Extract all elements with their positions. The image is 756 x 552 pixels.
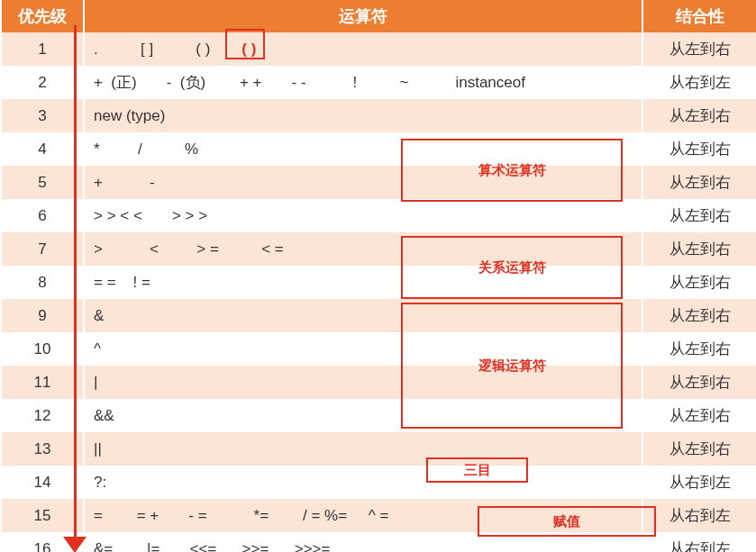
cell-assoc: 从右到左 [642, 532, 756, 552]
precedence-table: 优先级 运算符 结合性 1. [ ] ( ) ( )从左到右2+ (正) - (… [0, 0, 756, 552]
operator-text: && [94, 407, 114, 424]
cell-priority: 1 [1, 32, 84, 66]
cell-priority: 12 [1, 399, 84, 432]
cell-priority: 13 [1, 432, 84, 466]
paren-red-label: ( ) [241, 41, 256, 58]
operator-text: + (正) - (负) + + - - ! ~ instanceof [94, 74, 525, 91]
cell-priority: 3 [1, 99, 84, 132]
cell-operator: && [84, 399, 642, 432]
cell-operator: | [84, 366, 642, 399]
cell-assoc: 从左到右 [642, 166, 756, 199]
operator-text: & [94, 307, 104, 324]
operator-text: * / % [94, 140, 198, 158]
table-row: 4* / %从左到右 [1, 132, 756, 166]
cell-assoc: 从左到右 [642, 199, 756, 232]
cell-operator: + (正) - (负) + + - - ! ~ instanceof [84, 66, 642, 99]
cell-assoc: 从左到右 [642, 32, 756, 66]
cell-assoc: 从左到右 [642, 432, 756, 466]
cell-operator: * / % [84, 132, 642, 166]
cell-priority: 9 [1, 299, 84, 332]
table-row: 8= = ! =从左到右 [1, 266, 756, 299]
header-operator: 运算符 [84, 0, 642, 32]
cell-operator: &= |= <<= >>= >>>= [84, 532, 642, 552]
cell-assoc: 从右到左 [642, 466, 756, 499]
table-row: 1. [ ] ( ) ( )从左到右 [1, 32, 756, 66]
operator-text: = = ! = [94, 274, 150, 291]
operator-text: + - [94, 174, 155, 191]
cell-priority: 8 [1, 266, 84, 299]
table-row: 11|从左到右 [1, 366, 756, 399]
cell-priority: 7 [1, 232, 84, 266]
cell-assoc: 从左到右 [642, 232, 756, 266]
cell-assoc: 从左到右 [642, 332, 756, 366]
operator-text: ^ [94, 340, 101, 357]
table-row: 14?:从右到左 [1, 466, 756, 499]
operator-text: || [94, 440, 102, 457]
cell-operator: > > < < > > > [84, 199, 642, 232]
operator-text: | [94, 374, 97, 391]
operator-text: . [ ] ( ) [94, 41, 227, 58]
cell-operator: . [ ] ( ) ( ) [84, 32, 642, 66]
cell-operator: + - [84, 166, 642, 199]
table-row: 15= = + - = *= / = %= ^ =从右到左 [1, 499, 756, 532]
cell-assoc: 从右到左 [642, 499, 756, 532]
cell-priority: 6 [1, 199, 84, 232]
cell-priority: 11 [1, 366, 84, 399]
header-priority: 优先级 [1, 0, 84, 32]
cell-assoc: 从左到右 [642, 299, 756, 332]
cell-priority: 15 [1, 499, 84, 532]
cell-operator: = = + - = *= / = %= ^ = [84, 499, 642, 532]
cell-assoc: 从左到右 [642, 132, 756, 166]
table-row: 5+ -从左到右 [1, 166, 756, 199]
operator-text: ?: [94, 474, 106, 491]
table-row: 10^从左到右 [1, 332, 756, 366]
table-row: 3new (type)从左到右 [1, 99, 756, 132]
operator-precedence-table: 优先级 运算符 结合性 1. [ ] ( ) ( )从左到右2+ (正) - (… [0, 0, 756, 552]
table-row: 9&从左到右 [1, 299, 756, 332]
operator-text: > > < < > > > [94, 207, 207, 224]
cell-operator: = = ! = [84, 266, 642, 299]
cell-priority: 2 [1, 66, 84, 99]
cell-operator: || [84, 432, 642, 466]
priority-arrow-head-icon [63, 537, 87, 552]
cell-assoc: 从右到左 [642, 66, 756, 99]
cell-priority: 4 [1, 132, 84, 166]
operator-text: > < > = < = [94, 240, 284, 258]
cell-operator: ?: [84, 466, 642, 499]
cell-operator: & [84, 299, 642, 332]
cell-priority: 14 [1, 466, 84, 499]
table-row: 13||从左到右 [1, 432, 756, 466]
table-row: 12&&从左到右 [1, 399, 756, 432]
cell-operator: > < > = < = [84, 232, 642, 266]
table-row: 2+ (正) - (负) + + - - ! ~ instanceof从右到左 [1, 66, 756, 99]
cell-assoc: 从左到右 [642, 99, 756, 132]
operator-text: new (type) [94, 107, 165, 124]
table-row: 16&= |= <<= >>= >>>=从右到左 [1, 532, 756, 552]
cell-assoc: 从左到右 [642, 266, 756, 299]
cell-priority: 5 [1, 166, 84, 199]
table-row: 6> > < < > > >从左到右 [1, 199, 756, 232]
cell-assoc: 从左到右 [642, 399, 756, 432]
cell-operator: new (type) [84, 99, 642, 132]
cell-operator: ^ [84, 332, 642, 366]
operator-text: &= |= <<= >>= >>>= [94, 540, 330, 553]
operator-text: = = + - = *= / = %= ^ = [94, 507, 388, 524]
cell-priority: 10 [1, 332, 84, 366]
header-assoc: 结合性 [642, 0, 756, 32]
table-row: 7> < > = < =从左到右 [1, 232, 756, 266]
cell-assoc: 从左到右 [642, 366, 756, 399]
priority-arrow-line [74, 25, 77, 542]
